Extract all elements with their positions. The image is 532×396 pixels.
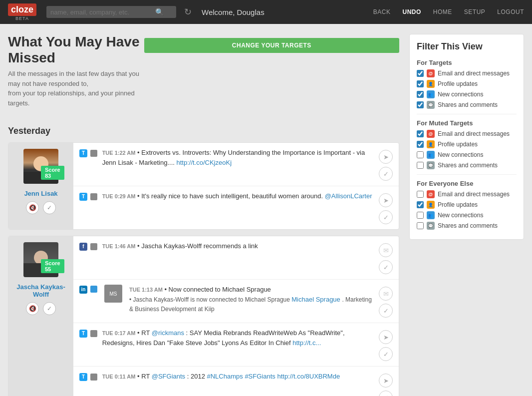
person-actions-jascha: 🔇 ✓ — [26, 302, 56, 315]
msg-time-jascha-3: TUE 0:17 AM — [102, 330, 136, 336]
msg-hashtag2-jascha-4[interactable]: #SFGiants — [245, 373, 275, 380]
feed-card-jascha: Score 55 Jascha Kaykas-Wolff 🔇 ✓ f — [8, 236, 399, 396]
person-name-jascha[interactable]: Jascha Kaykas-Wolff — [12, 283, 69, 298]
filter-label-everyone-email: Email and direct messages — [438, 191, 510, 198]
shares-icon-targets: 💬 — [427, 101, 435, 109]
checkbox-targets-connections[interactable] — [417, 91, 424, 98]
msg-text-jenn-2: • It's really nice to have such intellig… — [137, 192, 325, 200]
checkbox-everyone-shares[interactable] — [417, 222, 424, 229]
checkbox-targets-shares[interactable] — [417, 101, 424, 108]
filter-box: Filter This View For Targets @ Email and… — [409, 34, 524, 240]
done-button-jenn-2[interactable]: ✓ — [379, 210, 393, 224]
message-jascha-4: T TUE 0:11 AM • RT @SFGiants : 2012 #NLC… — [73, 367, 399, 396]
msg-text-jascha-2: • Now connected to Michael Sprague — [164, 286, 270, 293]
msg-actions-jenn-1: ➤ ✓ — [379, 148, 393, 181]
yesterday-heading: Yesterday — [8, 126, 399, 136]
send-button-jascha-3[interactable]: ➤ — [379, 330, 393, 344]
message-jenn-2: T TUE 0:29 AM • It's really nice to have… — [73, 186, 399, 229]
checkbox-everyone-profile[interactable] — [417, 201, 424, 208]
msg-content-jascha-1: TUE 1:46 AM • Jascha Kaykas-Wolff recomm… — [102, 241, 375, 251]
msg-mention-jascha-4[interactable]: @SFGiants — [152, 373, 185, 380]
filter-item-muted-profile: 👤 Profile updates — [417, 140, 517, 148]
search-icon[interactable]: 🔍 — [155, 8, 164, 16]
done-button-jascha-3[interactable]: ✓ — [379, 347, 393, 361]
score-badge-jascha: Score 55 — [41, 259, 64, 273]
done-button-jascha-2[interactable]: ✓ — [379, 304, 393, 318]
filter-label-muted-profile: Profile updates — [438, 141, 478, 148]
check-button-jascha[interactable]: ✓ — [43, 302, 56, 315]
email-icon-targets: @ — [427, 69, 435, 77]
page-title: What You May Have Missed — [8, 34, 144, 66]
filter-label-everyone-profile: Profile updates — [438, 201, 478, 208]
msg-sublink-jascha-2[interactable]: Michael Sprague — [291, 296, 340, 303]
main-container: What You May Have Missed All the message… — [0, 24, 532, 396]
beta-label: BETA — [15, 16, 29, 21]
send-button-jascha-1[interactable]: ✉ — [379, 243, 393, 257]
msg-time-jenn-2: TUE 0:29 AM — [102, 193, 136, 199]
person-name-jenn[interactable]: Jenn Lisak — [24, 190, 57, 197]
filter-label-muted-shares: Shares and comments — [438, 162, 498, 169]
filter-item-muted-shares: 💬 Shares and comments — [417, 161, 517, 169]
logo-text: cloze — [11, 4, 33, 14]
shares-icon-everyone: 💬 — [427, 222, 435, 230]
score-badge-jenn: Score 83 — [41, 166, 64, 180]
msg-hashtag1-jascha-4[interactable]: #NLChamps — [207, 373, 243, 380]
msg-content-jascha-2: TUE 1:13 AM • Now connected to Michael S… — [129, 285, 375, 314]
refresh-icon[interactable]: ↻ — [184, 6, 192, 17]
checkbox-everyone-connections[interactable] — [417, 212, 424, 219]
done-button-jenn-1[interactable]: ✓ — [379, 167, 393, 181]
msg-time-jenn-1: TUE 1:22 AM — [102, 150, 136, 156]
search-bar[interactable]: 🔍 — [46, 6, 176, 18]
mute-button-jascha[interactable]: 🔇 — [26, 302, 39, 315]
change-targets-button[interactable]: CHANGE YOUR TARGETS — [144, 38, 399, 53]
checkbox-muted-email[interactable] — [417, 130, 424, 137]
checkbox-targets-profile[interactable] — [417, 80, 424, 87]
linkedin-person-icon — [90, 286, 97, 293]
filter-item-everyone-profile: 👤 Profile updates — [417, 201, 517, 209]
msg-actions-jascha-3: ➤ ✓ — [379, 328, 393, 361]
send-button-jenn-2[interactable]: ➤ — [379, 193, 393, 207]
send-button-jascha-2[interactable]: ✉ — [379, 287, 393, 301]
setup-link[interactable]: SETUP — [464, 8, 486, 15]
checkbox-muted-connections[interactable] — [417, 151, 424, 158]
shares-icon-muted: 💬 — [427, 161, 435, 169]
done-button-jascha-4[interactable]: ✓ — [379, 391, 393, 396]
undo-link[interactable]: UNDO — [402, 8, 421, 15]
filter-item-everyone-shares: 💬 Shares and comments — [417, 222, 517, 230]
profile-icon-muted: 👤 — [427, 140, 435, 148]
back-link[interactable]: BACK — [373, 8, 391, 15]
checkbox-targets-email[interactable] — [417, 70, 424, 77]
checkbox-muted-shares[interactable] — [417, 162, 424, 169]
msg-mention-jascha-3[interactable]: @rickmans — [152, 329, 184, 337]
filter-label-everyone-shares: Shares and comments — [438, 222, 498, 229]
msg-time-jascha-2: TUE 1:13 AM — [129, 287, 163, 293]
send-button-jascha-4[interactable]: ➤ — [379, 374, 393, 388]
msg-content-jenn-2: TUE 0:29 AM • It's really nice to have s… — [102, 191, 375, 201]
msg-text-jascha-4b: : 2012 — [187, 373, 207, 380]
msg-link-jascha-4[interactable]: http://t.co/8UXBRMde — [277, 373, 340, 380]
connections-icon-targets: 👥 — [427, 90, 435, 98]
msg-mention-jenn-2[interactable]: @AllisonLCarter — [325, 192, 372, 200]
search-input[interactable] — [50, 8, 155, 16]
check-button-jenn[interactable]: ✓ — [43, 201, 56, 214]
email-icon-muted: @ — [427, 130, 435, 138]
chat-icon-2 — [90, 193, 97, 200]
filter-label-everyone-connections: New connections — [438, 212, 483, 219]
profile-icon-everyone: 👤 — [427, 201, 435, 209]
home-link[interactable]: HOME — [433, 8, 452, 15]
msg-link-jascha-3[interactable]: http://t.c... — [292, 339, 321, 347]
filter-label-muted-email: Email and direct messages — [438, 130, 510, 137]
checkbox-muted-profile[interactable] — [417, 141, 424, 148]
logo[interactable]: cloze — [8, 3, 36, 16]
checkbox-everyone-email[interactable] — [417, 191, 424, 198]
sidebar: Filter This View For Targets @ Email and… — [409, 34, 524, 396]
msg-actions-jascha-2: ✉ ✓ — [379, 285, 393, 318]
msg-time-jascha-4: TUE 0:11 AM — [102, 374, 136, 380]
logout-link[interactable]: LOGOUT — [497, 8, 524, 15]
filter-item-muted-email: @ Email and direct messages — [417, 130, 517, 138]
done-button-jascha-1[interactable]: ✓ — [379, 260, 393, 274]
send-button-jenn-1[interactable]: ➤ — [379, 150, 393, 164]
msg-link-jenn-1[interactable]: http://t.co/CKjzeoKj — [176, 159, 232, 166]
navbar: cloze BETA 🔍 ↻ Welcome, Douglas BACK UND… — [0, 0, 532, 24]
mute-button-jenn[interactable]: 🔇 — [26, 201, 39, 214]
